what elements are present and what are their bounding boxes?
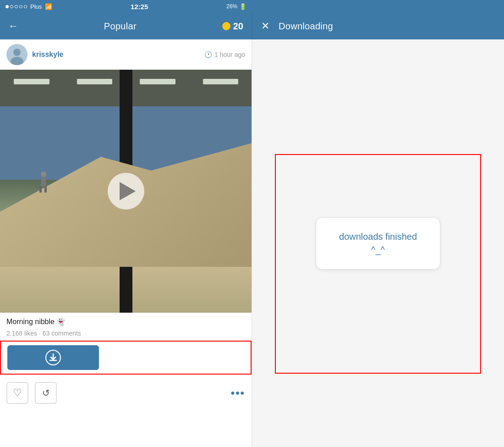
heart-button[interactable]: ♡ [6, 382, 28, 404]
left-panel: krisskyle 🕐 1 hour ago [0, 39, 252, 447]
close-icon: ✕ [261, 20, 269, 32]
left-nav-title: Popular [104, 21, 137, 32]
download-icon [45, 350, 61, 365]
post-user: krisskyle [6, 44, 64, 65]
repost-icon: ↺ [42, 387, 50, 398]
signal-dot-2 [10, 5, 13, 8]
video-container[interactable] [0, 70, 252, 313]
signal-dot-5 [24, 5, 27, 8]
status-bar: Plus 📶 12:25 26% 🔋 [0, 0, 252, 13]
battery-icon: 🔋 [239, 3, 247, 10]
right-nav-title: Downloading [279, 21, 333, 32]
back-arrow-icon: ← [8, 20, 18, 32]
signal-dot-3 [15, 5, 18, 8]
likes-count: 2.168 likes [6, 330, 37, 337]
signal-dot-4 [19, 5, 22, 8]
repost-button[interactable]: ↺ [35, 382, 57, 404]
downloads-finished-card: downloads finished ^_^ [316, 217, 440, 270]
avatar[interactable] [6, 44, 27, 65]
notification-dot [222, 22, 230, 30]
username[interactable]: krisskyle [32, 50, 64, 59]
post-stats: 2.168 likes · 63 comments [0, 328, 252, 341]
downloads-finished-emoji: ^_^ [339, 245, 417, 255]
carrier-label: Plus [30, 3, 42, 10]
download-section [0, 341, 252, 375]
play-triangle-icon [120, 182, 136, 200]
download-button[interactable] [7, 345, 99, 370]
svg-point-3 [41, 171, 46, 177]
notification-count: 20 [233, 21, 243, 32]
post-header: krisskyle 🕐 1 hour ago [0, 39, 252, 70]
time-ago-label: 1 hour ago [214, 51, 245, 58]
downloads-finished-text: downloads finished [339, 232, 417, 242]
status-bar-time: 12:25 [131, 3, 148, 11]
clock-icon: 🕐 [204, 51, 212, 58]
status-bar-left: Plus 📶 [5, 3, 52, 10]
signal-dot-1 [5, 5, 9, 8]
svg-rect-5 [39, 186, 42, 193]
stats-separator: · [39, 330, 41, 337]
svg-point-1 [13, 49, 21, 56]
back-button[interactable]: ← [8, 20, 18, 32]
left-nav: ← Popular 20 [0, 13, 252, 39]
close-button[interactable]: ✕ [261, 20, 269, 32]
heart-icon: ♡ [13, 387, 22, 399]
post-time: 🕐 1 hour ago [204, 51, 245, 58]
play-button[interactable] [108, 173, 144, 210]
battery-percent: 26% [226, 3, 237, 10]
wifi-icon: 📶 [45, 3, 52, 10]
more-button[interactable]: ••• [231, 386, 245, 399]
action-bar: ♡ ↺ ••• [0, 378, 252, 408]
svg-rect-4 [41, 177, 46, 186]
post-caption: Morning nibble 👻 [0, 313, 252, 328]
comments-count: 63 comments [43, 330, 81, 337]
dots-icon: ••• [231, 386, 245, 399]
notification-badge[interactable]: 20 [222, 21, 243, 32]
status-bar-right: 26% 🔋 [226, 3, 247, 10]
svg-rect-6 [44, 186, 47, 193]
right-panel: downloads finished ^_^ [252, 39, 504, 447]
right-nav: ✕ Downloading [252, 13, 504, 39]
